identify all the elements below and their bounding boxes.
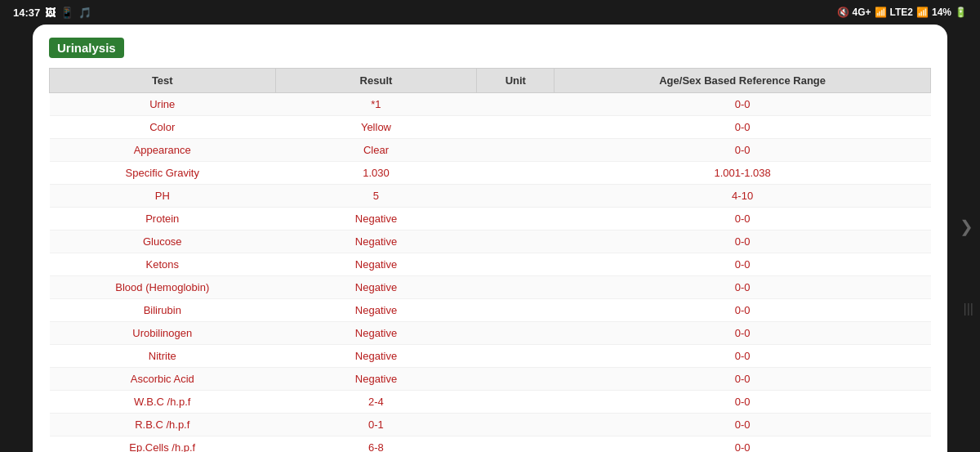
table-header-row: Test Result Unit Age/Sex Based Reference…	[50, 69, 931, 93]
cell-test: Blood (Hemoglobin)	[50, 276, 276, 299]
table-row: ProteinNegative0-0	[50, 208, 931, 230]
network-label: 4G+	[853, 7, 871, 18]
cell-test: Urine	[50, 93, 276, 116]
cell-range: 0-0	[555, 414, 931, 436]
main-content: Urinalysis Test Result Unit Age/Sex Base…	[33, 25, 947, 452]
table-row: ColorYellow0-0	[50, 116, 931, 139]
table-row: R.B.C /h.p.f0-10-0	[50, 414, 931, 436]
cell-test: Protein	[50, 208, 276, 230]
cell-test: R.B.C /h.p.f	[50, 414, 276, 436]
cell-unit	[477, 208, 555, 230]
cell-range: 4-10	[555, 185, 931, 208]
cell-result: Negative	[275, 230, 477, 253]
cell-test: Urobilinogen	[50, 322, 276, 345]
cell-test: Ep.Cells /h.p.f	[50, 436, 276, 453]
time-display: 14:37	[13, 7, 40, 19]
cell-unit	[477, 391, 555, 414]
cell-unit	[477, 253, 555, 276]
table-row: Urine*10-0	[50, 93, 931, 116]
table-row: BilirubinNegative0-0	[50, 299, 931, 322]
status-left: 14:37 🖼 📱 🎵	[13, 7, 91, 19]
table-row: Specific Gravity1.0301.001-1.038	[50, 162, 931, 185]
page-title: Urinalysis	[49, 38, 124, 58]
mute-icon: 🔇	[837, 7, 849, 18]
cell-result: 2-4	[275, 391, 477, 414]
table-row: Blood (Hemoglobin)Negative0-0	[50, 276, 931, 299]
cell-result: 6-8	[275, 436, 477, 453]
cell-result: *1	[275, 93, 477, 116]
nav-lines-icon: |||	[964, 302, 973, 316]
cell-range: 1.001-1.038	[555, 162, 931, 185]
cell-range: 0-0	[555, 391, 931, 414]
table-row: UrobilinogenNegative0-0	[50, 322, 931, 345]
col-result: Result	[275, 69, 477, 93]
cell-result: 5	[275, 185, 477, 208]
cell-unit	[477, 299, 555, 322]
battery-icon: 🔋	[955, 7, 967, 18]
signal-icon: 📶	[875, 7, 887, 18]
cell-test: Specific Gravity	[50, 162, 276, 185]
cell-test: Nitrite	[50, 345, 276, 368]
table-row: Ascorbic AcidNegative0-0	[50, 368, 931, 391]
cell-test: PH	[50, 185, 276, 208]
cell-test: Glucose	[50, 230, 276, 253]
table-row: KetonsNegative0-0	[50, 253, 931, 276]
cell-test: Color	[50, 116, 276, 139]
cell-unit	[477, 93, 555, 116]
cell-range: 0-0	[555, 322, 931, 345]
table-row: AppearanceClear0-0	[50, 139, 931, 162]
cell-result: Clear	[275, 139, 477, 162]
nav-lines[interactable]: |||	[964, 302, 973, 316]
cell-result: Negative	[275, 276, 477, 299]
cell-unit	[477, 230, 555, 253]
cell-result: Negative	[275, 253, 477, 276]
cell-test: Appearance	[50, 139, 276, 162]
cell-result: Yellow	[275, 116, 477, 139]
lte-label: LTE2	[890, 7, 913, 18]
table-row: Ep.Cells /h.p.f6-80-0	[50, 436, 931, 453]
cell-unit	[477, 322, 555, 345]
cell-unit	[477, 116, 555, 139]
back-arrow[interactable]: ❯	[960, 217, 973, 236]
cell-range: 0-0	[555, 139, 931, 162]
table-row: PH54-10	[50, 185, 931, 208]
cell-range: 0-0	[555, 368, 931, 391]
col-unit: Unit	[477, 69, 555, 93]
signal-bars: 📶	[916, 7, 929, 18]
cell-test: Ketons	[50, 253, 276, 276]
col-test: Test	[50, 69, 276, 93]
cell-unit	[477, 436, 555, 453]
cell-test: W.B.C /h.p.f	[50, 391, 276, 414]
cell-range: 0-0	[555, 208, 931, 230]
cell-range: 0-0	[555, 230, 931, 253]
cell-unit	[477, 276, 555, 299]
col-range: Age/Sex Based Reference Range	[555, 69, 931, 93]
cell-range: 0-0	[555, 299, 931, 322]
cell-range: 0-0	[555, 93, 931, 116]
status-right: 🔇 4G+ 📶 LTE2 📶 14% 🔋	[837, 7, 968, 18]
cell-range: 0-0	[555, 436, 931, 453]
battery-percent: 14%	[932, 7, 951, 18]
table-row: GlucoseNegative0-0	[50, 230, 931, 253]
cell-unit	[477, 414, 555, 436]
cell-result: Negative	[275, 368, 477, 391]
cell-result: Negative	[275, 345, 477, 368]
cell-unit	[477, 139, 555, 162]
table-row: NitriteNegative0-0	[50, 345, 931, 368]
chevron-right-icon: ❯	[960, 217, 973, 235]
cell-unit	[477, 345, 555, 368]
cell-test: Ascorbic Acid	[50, 368, 276, 391]
cell-test: Bilirubin	[50, 299, 276, 322]
cell-result: 0-1	[275, 414, 477, 436]
cell-result: Negative	[275, 322, 477, 345]
cell-unit	[477, 162, 555, 185]
cell-range: 0-0	[555, 116, 931, 139]
urinalysis-table: Test Result Unit Age/Sex Based Reference…	[49, 68, 931, 452]
wifi-icon: 🎵	[78, 7, 91, 19]
whatsapp-icon: 📱	[60, 7, 74, 19]
cell-unit	[477, 368, 555, 391]
cell-result: Negative	[275, 299, 477, 322]
cell-range: 0-0	[555, 276, 931, 299]
cell-result: 1.030	[275, 162, 477, 185]
photo-icon: 🖼	[45, 7, 56, 19]
